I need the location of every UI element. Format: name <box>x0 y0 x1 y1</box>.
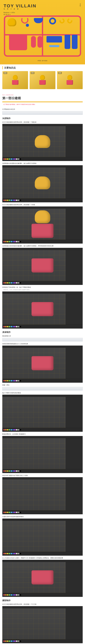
hero-tags: #周刮 @与途前 <box>37 60 48 62</box>
hero-subtitle: Bandoot × LEGo <box>4 12 15 13</box>
part1-note: （以下数值为参考数值，操作中可根据具体情况进行调整） <box>2 104 83 105</box>
screenshot <box>2 518 83 556</box>
part-stethoscope <box>21 18 30 28</box>
step-text: 选择新建出来的圆柱的对象属性，输入如图所示的数值 <box>2 162 83 164</box>
steps-container: 打开预设的C4D文件头部制作在立方体选项框长按至弹出菜单，然后新建一个圆柱体 选… <box>0 108 85 644</box>
knowledge-card-label: 绑束 <box>31 72 35 74</box>
step-heading: 腰部制作 <box>2 599 83 602</box>
part-arm1 <box>31 36 36 48</box>
screenshot <box>2 248 83 285</box>
part1-hr <box>2 102 83 102</box>
step-text: 以上完成后点击进入点模式，用循环工具【快捷键D】分割该线上的两条边，调整合适的倒… <box>2 557 83 559</box>
hero-title-cn: 玩 具 小 反 派 <box>4 8 19 10</box>
part-hand1 <box>58 18 66 24</box>
screenshot <box>2 395 83 432</box>
screenshot-thin <box>2 338 83 342</box>
step-text: 将管道向下移动复制一份，输入下图相关数值 <box>2 286 83 288</box>
step-text: 打开预设的C4D文件 <box>2 108 83 110</box>
part1-title: 第一部分建模 <box>2 96 83 100</box>
screenshot <box>2 606 83 643</box>
screenshot <box>2 124 83 161</box>
part-ring <box>49 18 56 24</box>
part-hips <box>46 36 62 42</box>
hero-banner: TOY VILLAIN 玩 具 小 反 派 Bandoot × LEGo 创 意… <box>0 0 85 64</box>
knowledge-section: 主要知识点 建模 绑束 恢复 <box>0 64 85 92</box>
hero-subtitle2: 创 意 设 计 <box>4 14 11 16</box>
step-text: 输入下图所示的挤压相关数值 <box>2 392 83 394</box>
hero-corner-text: Design <box>80 3 81 6</box>
step-text: 在立方体选项框长按至弹出菜单，然后新建一个圆柱体 <box>2 121 83 123</box>
part-leg1 <box>65 35 70 49</box>
knowledge-row: 建模 绑束 恢复 <box>2 71 83 89</box>
step-text: 右键在菜单中的选择对象加到新层 <box>2 516 83 518</box>
step-text: 激活画笔工具 <box>2 335 83 337</box>
screenshot <box>2 346 83 383</box>
screenshot-thin <box>2 387 83 390</box>
screenshot <box>2 436 83 473</box>
part-leg2 <box>72 35 77 49</box>
part-head <box>8 18 16 26</box>
part-hat <box>34 18 43 23</box>
screenshot <box>2 292 83 328</box>
part-hand2 <box>66 18 73 24</box>
step-text: 在立方体选项框长按至弹出菜单，然后新建一个管道 <box>2 204 83 206</box>
knowledge-card-label: 恢复 <box>58 72 62 74</box>
step-text: 依照背景图用画笔描绘出小人的身体轮廓 <box>2 343 83 345</box>
step-text: 按住SHIFT键选中如下图所示的三个目标 <box>2 474 83 476</box>
knowledge-card: 绑束 <box>30 71 55 89</box>
knowledge-card: 恢复 <box>57 71 83 89</box>
step-heading: 身体制作 <box>2 331 83 334</box>
part1-tag: Part I MODELING <box>2 94 83 96</box>
step-heading: 头部制作 <box>2 117 83 120</box>
step-text: 选择新建出来的管道的对象属性，输入如图所示的数值，并将管道移至对应的位置 <box>2 245 83 247</box>
knowledge-card: 建模 <box>2 71 28 89</box>
screenshot-thin <box>2 111 83 115</box>
hero-title-en: TOY VILLAIN <box>4 3 36 8</box>
part-torso <box>9 35 27 50</box>
screenshot <box>2 477 83 514</box>
screenshot <box>2 206 83 244</box>
step-hint: （体验补充：CTRL+长按鼠标左键同下拖拽即可复制） <box>2 289 83 291</box>
part-arm2 <box>37 36 42 48</box>
step-text: 数值设置好后，点击倒角【快捷键C】 <box>2 433 83 435</box>
screenshot <box>2 560 83 597</box>
step-text: 在立方体选项框长按至弹出菜单，然后新建一个立方体 <box>2 603 83 605</box>
knowledge-card-label: 建模 <box>3 72 7 74</box>
knowledge-title: 主要知识点 <box>2 66 83 69</box>
svg-point-0 <box>26 24 29 27</box>
part-axle <box>49 45 59 47</box>
step-text: 新建一挤压 <box>2 384 83 386</box>
screenshot <box>2 165 83 202</box>
sprue-frame <box>4 16 81 57</box>
part1-header: Part I MODELING 第一部分建模 （以下数值为参考数值，操作中可根据… <box>0 92 85 107</box>
